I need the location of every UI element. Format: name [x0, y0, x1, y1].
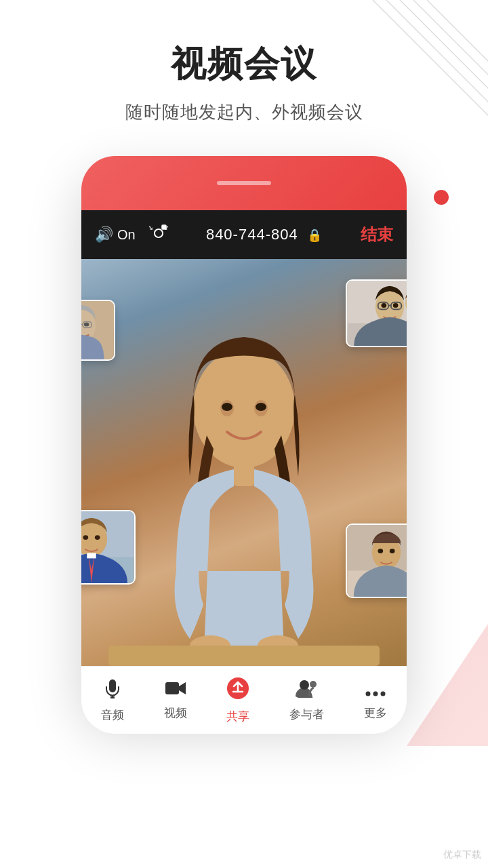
participant-thumbnail-3: [346, 279, 407, 347]
deco-triangle: [407, 624, 488, 746]
phone-header-bar: 🔊 On 840-744-804 🔒 结束: [81, 210, 407, 259]
more-label: 更多: [364, 705, 387, 721]
svg-rect-13: [234, 459, 254, 486]
speaker-status: On: [117, 227, 136, 243]
toolbar-share-button[interactable]: 共享: [226, 677, 249, 724]
participants-label: 参与者: [289, 707, 324, 722]
share-label: 共享: [226, 709, 249, 724]
phone-top-bar: [81, 156, 407, 210]
svg-point-28: [95, 535, 100, 540]
page-title: 视频会议: [0, 41, 488, 88]
more-icon: [365, 679, 386, 701]
speaker-control[interactable]: 🔊 On: [95, 226, 136, 243]
camera-flip-button[interactable]: [149, 224, 168, 245]
svg-point-5: [162, 225, 166, 229]
svg-point-43: [390, 549, 395, 553]
participant-thumbnail-4: [346, 524, 407, 598]
svg-point-50: [380, 692, 385, 696]
svg-point-27: [83, 535, 88, 540]
svg-rect-16: [108, 646, 380, 666]
svg-point-11: [222, 403, 232, 411]
phone-toolbar: 音频 视频: [81, 666, 407, 734]
lock-icon: 🔒: [307, 229, 323, 242]
toolbar-audio-button[interactable]: 音频: [101, 678, 124, 723]
svg-rect-29: [87, 553, 96, 559]
svg-point-33: [382, 303, 387, 308]
svg-point-20: [84, 323, 89, 327]
toolbar-video-button[interactable]: 视频: [164, 679, 187, 721]
toolbar-participants-button[interactable]: 参与者: [289, 679, 324, 722]
header-section: 视频会议 随时随地发起内、外视频会议: [0, 0, 488, 138]
svg-rect-44: [165, 682, 179, 694]
deco-dot: [434, 190, 449, 205]
video-icon: [165, 679, 186, 701]
participant-thumbnail-1: [81, 300, 115, 361]
svg-point-48: [365, 692, 370, 696]
phone-mockup: 🔊 On 840-744-804 🔒 结束: [81, 156, 407, 712]
phone-notch: [217, 181, 271, 185]
speaker-icon: 🔊: [95, 226, 113, 243]
audio-label: 音频: [101, 707, 124, 723]
svg-point-47: [310, 681, 317, 688]
watermark: 优卓下载: [443, 849, 481, 861]
phone-mockup-wrapper: 🔊 On 840-744-804 🔒 结束: [81, 156, 407, 712]
svg-point-49: [373, 692, 378, 696]
meeting-id: 840-744-804 🔒: [168, 226, 361, 243]
end-meeting-button[interactable]: 结束: [361, 224, 393, 245]
participant-thumbnail-2: [81, 510, 136, 585]
video-label: 视频: [164, 705, 187, 721]
main-video-area: [81, 259, 407, 666]
audio-icon: [102, 678, 123, 703]
svg-point-12: [256, 403, 266, 411]
toolbar-more-button[interactable]: 更多: [364, 679, 387, 721]
share-icon: [226, 677, 249, 705]
page-subtitle: 随时随地发起内、外视频会议: [0, 100, 488, 124]
svg-point-34: [393, 303, 399, 308]
svg-point-42: [378, 549, 383, 553]
participants-icon: [296, 679, 319, 703]
